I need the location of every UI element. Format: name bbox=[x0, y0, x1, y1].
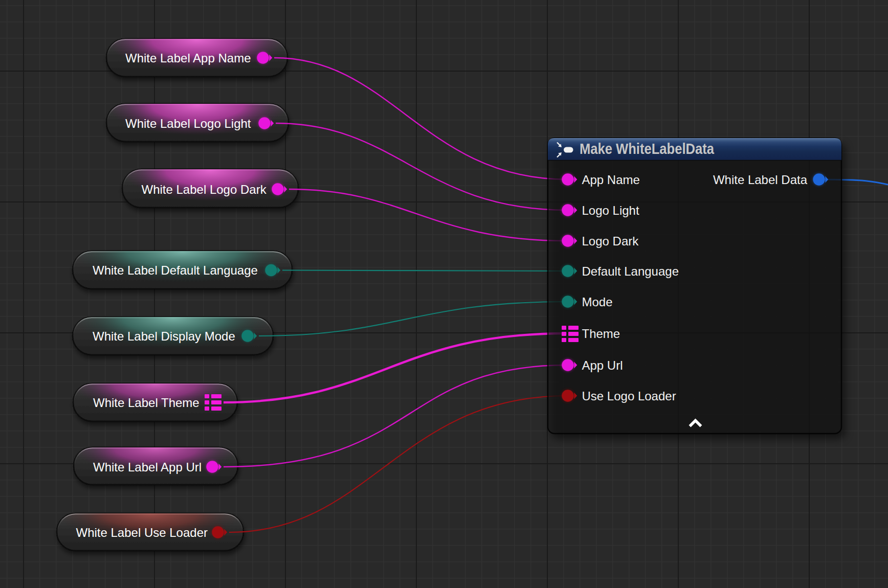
svg-text:Mode: Mode bbox=[582, 295, 613, 309]
svg-text:App Name: App Name bbox=[582, 173, 640, 187]
svg-text:White Label Use Loader: White Label Use Loader bbox=[76, 526, 208, 539]
svg-text:Logo Light: Logo Light bbox=[582, 203, 639, 217]
svg-text:Use Logo Loader: Use Logo Loader bbox=[582, 389, 676, 403]
svg-text:White Label Logo Light: White Label Logo Light bbox=[125, 117, 251, 130]
svg-text:White Label Logo Dark: White Label Logo Dark bbox=[142, 183, 267, 196]
svg-text:White Label App Name: White Label App Name bbox=[125, 51, 251, 65]
svg-text:White Label App Url: White Label App Url bbox=[93, 460, 202, 474]
svg-text:White Label Theme: White Label Theme bbox=[93, 396, 199, 410]
svg-text:White Label Data: White Label Data bbox=[713, 173, 808, 187]
svg-text:Theme: Theme bbox=[582, 327, 620, 341]
svg-text:White Label Default Language: White Label Default Language bbox=[93, 263, 258, 277]
svg-text:Logo Dark: Logo Dark bbox=[582, 234, 639, 248]
svg-text:App Url: App Url bbox=[582, 358, 623, 372]
svg-text:White Label Display Mode: White Label Display Mode bbox=[93, 329, 235, 343]
svg-text:Default Language: Default Language bbox=[582, 264, 679, 278]
svg-text:Make WhiteLabelData: Make WhiteLabelData bbox=[580, 141, 715, 157]
